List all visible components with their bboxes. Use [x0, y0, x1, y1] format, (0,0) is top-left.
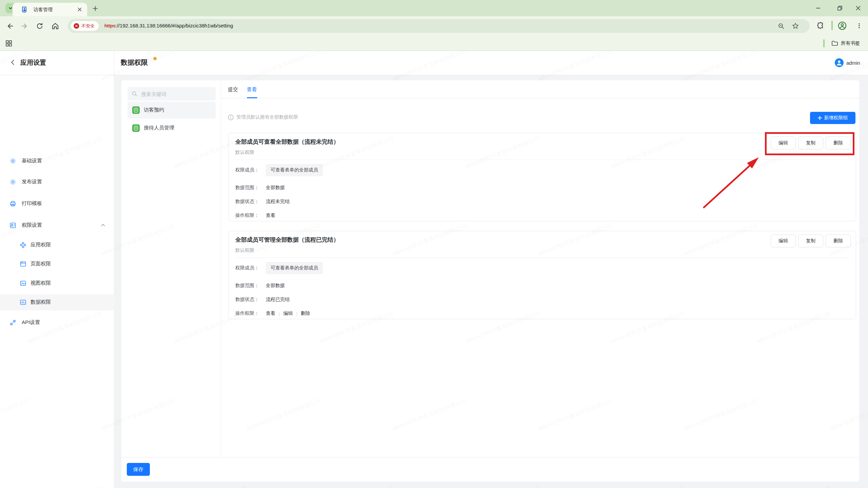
- search-icon: [132, 91, 138, 97]
- address-bar[interactable]: 不安全 https://192.168.31.138:16666/#/app/b…: [68, 19, 810, 33]
- back-icon[interactable]: [5, 22, 14, 30]
- data-permission-icon: [20, 299, 26, 306]
- sidebar-item-page-permission[interactable]: 页面权限: [0, 256, 114, 272]
- sidebar-item-label: 基础设置: [22, 158, 42, 164]
- row-label: 数据范围：: [235, 283, 266, 289]
- back-label: 应用设置: [20, 58, 46, 67]
- window-close-button[interactable]: [853, 3, 863, 13]
- sidebar-item-label: 页面权限: [31, 261, 51, 267]
- operations-row: 操作权限： 查看: [235, 209, 275, 222]
- row-value: 流程已完结: [266, 297, 290, 303]
- save-button[interactable]: 保存: [127, 463, 150, 476]
- bookmark-star-icon[interactable]: [791, 22, 800, 30]
- window-restore-button[interactable]: [835, 3, 845, 13]
- status-row: 数据状态： 流程已完结: [235, 293, 290, 306]
- copy-button[interactable]: 复制: [798, 137, 823, 149]
- browser-chrome: 访客管理: [0, 0, 868, 51]
- tab-view[interactable]: 查看: [247, 86, 257, 93]
- toolbar-separator: [831, 21, 833, 30]
- api-icon: [9, 319, 16, 326]
- row-value: 全部数据: [266, 283, 285, 289]
- avatar: [835, 58, 844, 67]
- member-row: 权限成员： 可查看表单的全部成员: [235, 262, 323, 274]
- data-permission-panel: 访客预约 接待人员管理 提交 查看 管理员默认拥有全部数据权限 新增权限组 全: [121, 80, 859, 482]
- delete-button[interactable]: 删除: [826, 137, 851, 149]
- extensions-icon[interactable]: [816, 21, 825, 30]
- settings-sidebar: 基础设置 发布设置 打印模板 权限设置 应用权限 页面权限 视图权限 数据权限 …: [0, 75, 114, 488]
- edit-button[interactable]: 编辑: [771, 235, 796, 247]
- copy-button[interactable]: 复制: [798, 235, 823, 247]
- row-label: 权限成员：: [235, 167, 266, 173]
- sidebar-item-label: 数据权限: [31, 299, 51, 305]
- chevron-up-icon: [101, 223, 105, 228]
- member-row: 权限成员： 可查看表单的全部成员: [235, 164, 323, 176]
- app-header: 应用设置 数据权限 admin: [0, 51, 868, 75]
- status-row: 数据状态： 流程未完结: [235, 196, 290, 208]
- permission-tab-panel: 提交 查看 管理员默认拥有全部数据权限 新增权限组 全部成员可查看全部数据（流程…: [221, 80, 859, 457]
- row-value: 流程未完结: [266, 199, 290, 205]
- form-item-reception-staff[interactable]: 接待人员管理: [127, 120, 216, 137]
- sidebar-item-app-permission[interactable]: 应用权限: [0, 237, 114, 253]
- all-bookmarks-label[interactable]: 所有书签: [841, 40, 860, 46]
- permission-badge-icon: [9, 222, 16, 229]
- row-value: 全部数据: [266, 185, 285, 191]
- sidebar-item-data-permission[interactable]: 数据权限: [0, 294, 114, 310]
- card-divider: [235, 160, 849, 160]
- edit-button[interactable]: 编辑: [771, 137, 796, 149]
- menu-kebab-icon[interactable]: [854, 21, 864, 30]
- sidebar-item-label: 打印模板: [22, 200, 42, 207]
- tab-close-icon[interactable]: [76, 6, 83, 13]
- sidebar-item-label: 发布设置: [22, 179, 42, 185]
- chevron-left-icon[interactable]: [9, 59, 17, 66]
- row-label: 数据状态：: [235, 297, 266, 303]
- reload-icon[interactable]: [35, 22, 44, 30]
- sidebar-item-publish-settings[interactable]: 发布设置: [0, 174, 114, 190]
- forms-column: 访客预约 接待人员管理: [121, 80, 221, 457]
- notice-text: 管理员默认拥有全部数据权限: [236, 114, 298, 120]
- username: admin: [846, 60, 860, 66]
- forward-icon[interactable]: [20, 22, 29, 30]
- folder-icon[interactable]: [831, 40, 838, 47]
- row-label: 操作权限：: [235, 212, 266, 219]
- page-title: 数据权限: [121, 58, 148, 67]
- tab-submit[interactable]: 提交: [228, 86, 238, 93]
- browser-tab[interactable]: 访客管理: [13, 3, 87, 16]
- sidebar-item-view-permission[interactable]: 视图权限: [0, 275, 114, 291]
- search-input[interactable]: [141, 87, 212, 101]
- permission-card: 全部成员可管理全部数据（流程已完结） 默认权限 权限成员： 可查看表单的全部成员…: [228, 231, 856, 319]
- form-item-visitor-booking[interactable]: 访客预约: [127, 102, 216, 119]
- security-badge[interactable]: 不安全: [71, 21, 99, 31]
- member-tag: 可查看表单的全部成员: [266, 262, 323, 274]
- app-permission-icon: [20, 242, 26, 248]
- card-title: 全部成员可管理全部数据（流程已完结）: [235, 236, 339, 244]
- card-actions: 编辑 复制 删除: [771, 235, 851, 247]
- home-icon[interactable]: [51, 22, 60, 30]
- delete-button[interactable]: 删除: [826, 235, 851, 247]
- site-favicon-icon: [21, 6, 27, 13]
- scope-row: 数据范围： 全部数据: [235, 280, 285, 292]
- search-box: [127, 87, 216, 101]
- sidebar-item-print-template[interactable]: 打印模板: [0, 196, 114, 212]
- sidebar-item-api-settings[interactable]: API设置: [0, 314, 114, 331]
- zoom-out-icon[interactable]: [777, 22, 785, 30]
- new-tab-button[interactable]: [91, 4, 100, 13]
- app-settings-back[interactable]: 应用设置: [0, 51, 114, 75]
- sidebar-item-basic-settings[interactable]: 基础设置: [0, 153, 114, 169]
- info-icon: [228, 115, 234, 120]
- sidebar-item-label: API设置: [22, 319, 40, 326]
- bookmarks-separator: [823, 39, 825, 47]
- gear-icon: [9, 179, 16, 185]
- op-value: 查看: [266, 310, 275, 317]
- window-minimize-button[interactable]: [813, 3, 823, 13]
- footer-divider: [121, 457, 859, 458]
- operations-row: 操作权限： 查看 | 编辑 | 删除: [235, 307, 310, 320]
- apps-grid-icon[interactable]: [5, 40, 12, 47]
- unsaved-dot: [153, 57, 157, 60]
- sidebar-item-label: 权限设置: [22, 222, 42, 228]
- user-menu[interactable]: admin: [835, 58, 860, 67]
- add-permission-group-button[interactable]: 新增权限组: [810, 112, 855, 124]
- profile-icon[interactable]: [837, 21, 847, 30]
- sidebar-item-permission-settings[interactable]: 权限设置: [0, 217, 114, 233]
- plus-icon: [818, 116, 822, 120]
- chevron-down-icon: [8, 6, 13, 11]
